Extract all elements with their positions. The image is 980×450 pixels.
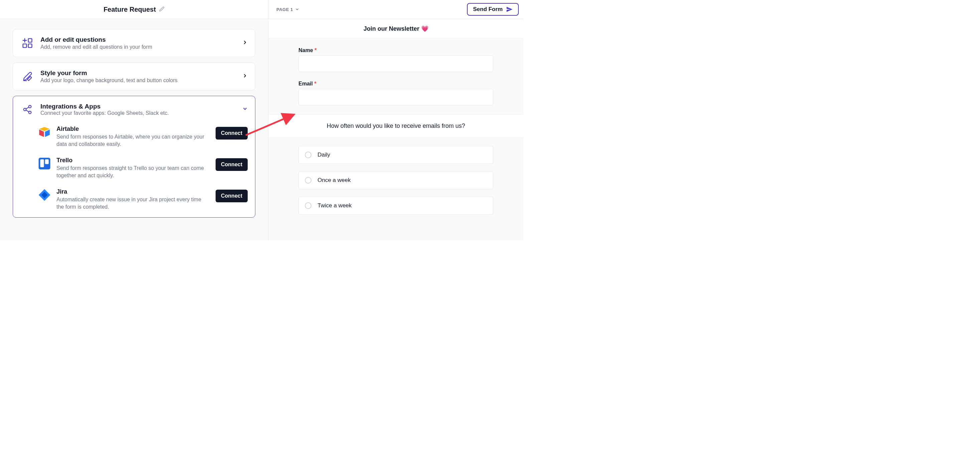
share-icon (21, 105, 34, 114)
radio-option-weekly[interactable]: Once a week (299, 171, 493, 189)
svg-marker-12 (39, 130, 44, 137)
email-input[interactable] (299, 89, 493, 106)
questions-card-title: Add or edit questions (40, 36, 236, 43)
name-input[interactable] (299, 55, 493, 72)
form-title: Feature Request (103, 6, 165, 13)
send-form-button[interactable]: Send Form (467, 3, 519, 16)
svg-rect-15 (40, 159, 44, 167)
required-marker: * (315, 48, 317, 53)
preview-header: PAGE 1 Send Form (269, 0, 523, 19)
name-label-text: Name (299, 48, 313, 53)
email-label-text: Email (299, 81, 313, 86)
svg-rect-16 (45, 159, 49, 164)
chevron-right-icon (242, 40, 248, 47)
svg-line-10 (26, 110, 29, 112)
radio-label: Twice a week (318, 202, 352, 209)
trello-icon (38, 157, 51, 170)
integration-name: Airtable (56, 125, 207, 133)
chevron-right-icon (242, 73, 248, 80)
chevron-down-icon (295, 7, 299, 11)
integration-trello: Trello Send form responses straight to T… (38, 157, 248, 180)
left-header: Feature Request (0, 0, 268, 19)
question-text: How often would you like to receive emai… (269, 114, 523, 138)
style-card[interactable]: Style your form Add your logo, change ba… (13, 62, 255, 90)
integration-desc: Send form responses straight to Trello s… (56, 165, 207, 180)
svg-rect-3 (23, 44, 27, 48)
preview-body: Name * Email * How often would you like … (269, 39, 523, 222)
svg-marker-13 (45, 130, 50, 137)
integrations-card: Integrations & Apps Connect your favorit… (13, 96, 255, 218)
radio-label: Daily (318, 152, 330, 158)
radio-circle-icon (305, 177, 312, 184)
integrations-subtitle: Connect your favorite apps: Google Sheet… (40, 110, 236, 116)
integration-desc: Automatically create new issue in your J… (56, 196, 207, 211)
integration-airtable: Airtable Send form responses to Airtable… (38, 125, 248, 148)
radio-circle-icon (305, 152, 312, 158)
required-marker: * (314, 81, 316, 86)
grid-plus-icon (21, 38, 34, 48)
airtable-icon (38, 125, 51, 139)
builder-panel: Add or edit questions Add, remove and ed… (0, 19, 268, 240)
svg-rect-4 (29, 44, 32, 48)
questions-card[interactable]: Add or edit questions Add, remove and ed… (13, 29, 255, 57)
questions-card-subtitle: Add, remove and edit all questions in yo… (40, 44, 236, 50)
send-icon (506, 6, 513, 13)
radio-option-daily[interactable]: Daily (299, 146, 493, 164)
email-label: Email * (299, 81, 493, 87)
connect-button-trello[interactable]: Connect (216, 158, 248, 171)
preview-page-title: Join our Newsletter 💗 (269, 19, 523, 39)
integration-name: Trello (56, 157, 207, 164)
jira-icon (38, 188, 51, 202)
page-selector-label: PAGE 1 (277, 7, 293, 12)
integration-jira: Jira Automatically create new issue in y… (38, 188, 248, 211)
form-title-text: Feature Request (103, 6, 156, 13)
name-label: Name * (299, 48, 493, 54)
integrations-title: Integrations & Apps (40, 103, 236, 110)
integration-name: Jira (56, 188, 207, 195)
svg-line-9 (26, 107, 29, 109)
connect-button-jira[interactable]: Connect (216, 190, 248, 202)
style-card-title: Style your form (40, 70, 236, 77)
radio-label: Once a week (318, 177, 351, 184)
radio-option-twice-week[interactable]: Twice a week (299, 196, 493, 215)
svg-rect-2 (29, 39, 32, 43)
connect-button-airtable[interactable]: Connect (216, 127, 248, 139)
chevron-down-icon (242, 106, 248, 113)
edit-title-icon[interactable] (159, 6, 164, 13)
integration-desc: Send form responses to Airtable, where y… (56, 133, 207, 148)
send-form-label: Send Form (473, 6, 503, 13)
radio-circle-icon (305, 202, 312, 209)
pencil-icon (21, 71, 34, 81)
style-card-subtitle: Add your logo, change background, text a… (40, 78, 236, 84)
page-selector[interactable]: PAGE 1 (277, 7, 299, 12)
integrations-header[interactable]: Integrations & Apps Connect your favorit… (21, 103, 248, 116)
